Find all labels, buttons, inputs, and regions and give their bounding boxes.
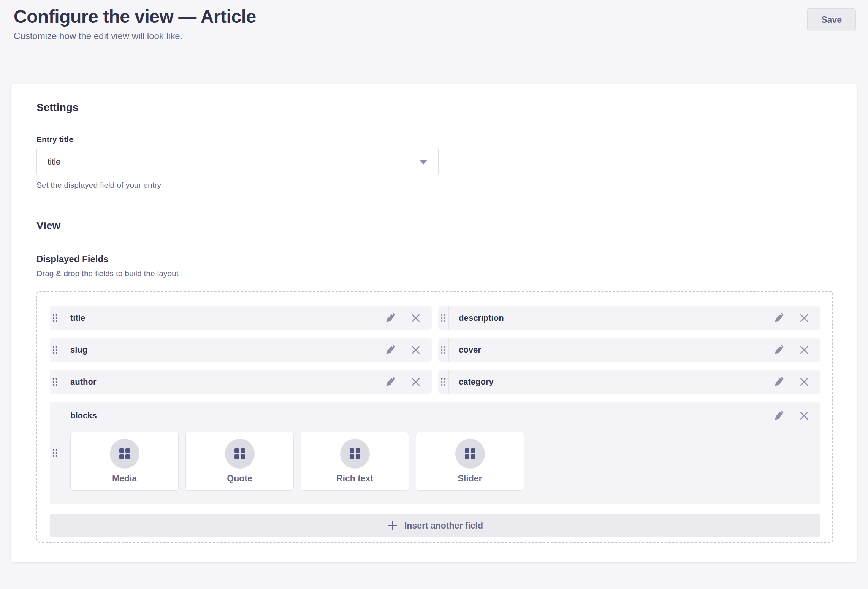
entry-title-selected-value: title: [48, 157, 60, 167]
entry-title-field: Entry title title Set the displayed fiel…: [36, 135, 833, 190]
remove-field-button[interactable]: [798, 410, 810, 422]
header-titles: Configure the view — Article Customize h…: [14, 6, 256, 41]
remove-field-button[interactable]: [798, 376, 810, 388]
edit-field-button[interactable]: [773, 376, 785, 388]
page-header: Configure the view — Article Customize h…: [0, 0, 868, 41]
displayed-fields-heading: Displayed Fields: [36, 254, 833, 264]
edit-field-button[interactable]: [773, 312, 785, 324]
edit-field-button[interactable]: [773, 344, 785, 356]
component-tile-label: Rich text: [336, 473, 373, 484]
field-name: title: [70, 313, 85, 323]
component-tile-quote[interactable]: Quote: [185, 432, 294, 491]
edit-field-button[interactable]: [385, 344, 397, 356]
drag-handle-icon[interactable]: [438, 306, 449, 330]
content-panel: Settings Entry title title Set the displ…: [11, 84, 857, 562]
section-divider: [36, 201, 833, 201]
entry-title-select[interactable]: title: [36, 148, 439, 176]
settings-section: Settings Entry title title Set the displ…: [36, 101, 833, 190]
close-icon: [410, 313, 421, 323]
edit-field-button[interactable]: [385, 376, 397, 388]
field-actions: [385, 338, 422, 362]
field-name: blocks: [70, 411, 97, 421]
blocks-card-body: blocks Media: [60, 402, 820, 504]
field-card-blocks[interactable]: blocks Media: [50, 402, 820, 504]
drag-handle-icon[interactable]: [438, 338, 449, 362]
drag-handle-icon[interactable]: [50, 370, 60, 394]
component-tile-label: Media: [112, 473, 137, 484]
component-tile-rich-text[interactable]: Rich text: [301, 432, 409, 491]
component-icon-circle: [340, 439, 370, 469]
component-icon-circle: [225, 439, 255, 469]
field-name: author: [70, 377, 96, 387]
pencil-icon: [774, 313, 784, 323]
field-actions: [773, 370, 810, 394]
pencil-icon: [774, 410, 784, 421]
field-name: slug: [70, 345, 87, 355]
fields-drop-zone: title description: [36, 291, 833, 543]
field-name: category: [459, 377, 494, 387]
component-icon-circle: [110, 439, 139, 469]
view-heading: View: [36, 220, 833, 232]
entry-title-hint: Set the displayed field of your entry: [36, 180, 833, 190]
field-card-title[interactable]: title: [50, 306, 432, 330]
grid-icon: [119, 448, 131, 460]
insert-field-label: Insert another field: [404, 521, 483, 531]
insert-field-button[interactable]: Insert another field: [50, 514, 820, 537]
field-card-cover[interactable]: cover: [438, 338, 820, 362]
displayed-fields-hint: Drag & drop the fields to build the layo…: [36, 269, 833, 278]
component-icon-circle: [455, 439, 485, 469]
remove-field-button[interactable]: [410, 312, 422, 324]
grid-icon: [349, 448, 361, 460]
blocks-card-header: blocks: [70, 410, 810, 422]
field-name: cover: [459, 345, 481, 355]
close-icon: [799, 345, 809, 355]
drag-handle-icon[interactable]: [50, 338, 60, 362]
remove-field-button[interactable]: [410, 344, 422, 356]
configure-view-page: Configure the view — Article Customize h…: [0, 0, 868, 562]
pencil-icon: [385, 313, 396, 323]
save-button[interactable]: Save: [807, 8, 856, 31]
close-icon: [799, 410, 809, 421]
field-actions: [385, 370, 422, 394]
grid-icon: [464, 448, 476, 460]
drag-handle-icon[interactable]: [50, 306, 60, 330]
field-card-category[interactable]: category: [438, 370, 820, 394]
entry-title-label: Entry title: [36, 135, 833, 144]
field-rows: title description: [50, 306, 820, 394]
close-icon: [799, 377, 809, 387]
settings-heading: Settings: [36, 101, 833, 114]
edit-field-button[interactable]: [385, 312, 397, 324]
remove-field-button[interactable]: [410, 376, 422, 388]
pencil-icon: [385, 377, 396, 387]
component-tiles: Media Quote Rich text: [70, 432, 810, 491]
pencil-icon: [774, 377, 784, 387]
component-tile-slider[interactable]: Slider: [416, 432, 524, 491]
close-icon: [799, 313, 809, 323]
field-actions: [385, 306, 422, 330]
component-tile-label: Slider: [458, 473, 482, 484]
view-section: View Displayed Fields Drag & drop the fi…: [36, 220, 833, 543]
component-tile-label: Quote: [227, 473, 252, 484]
close-icon: [410, 377, 421, 387]
plus-icon: [387, 520, 398, 531]
field-card-slug[interactable]: slug: [50, 338, 432, 362]
page-title: Configure the view — Article: [14, 6, 256, 27]
component-tile-media[interactable]: Media: [70, 432, 179, 491]
field-card-author[interactable]: author: [50, 370, 432, 394]
field-actions: [773, 338, 810, 362]
remove-field-button[interactable]: [798, 312, 810, 324]
remove-field-button[interactable]: [798, 344, 810, 356]
field-name: description: [459, 313, 504, 323]
field-card-description[interactable]: description: [438, 306, 820, 330]
edit-field-button[interactable]: [773, 410, 785, 422]
pencil-icon: [774, 345, 784, 355]
drag-handle-icon[interactable]: [438, 370, 449, 394]
page-subtitle: Customize how the edit view will look li…: [14, 31, 256, 41]
close-icon: [410, 345, 421, 355]
chevron-down-icon: [419, 160, 428, 165]
pencil-icon: [385, 345, 396, 355]
field-actions: [773, 306, 810, 330]
field-actions: [773, 410, 810, 422]
grid-icon: [234, 448, 246, 460]
drag-handle-icon[interactable]: [50, 402, 60, 504]
